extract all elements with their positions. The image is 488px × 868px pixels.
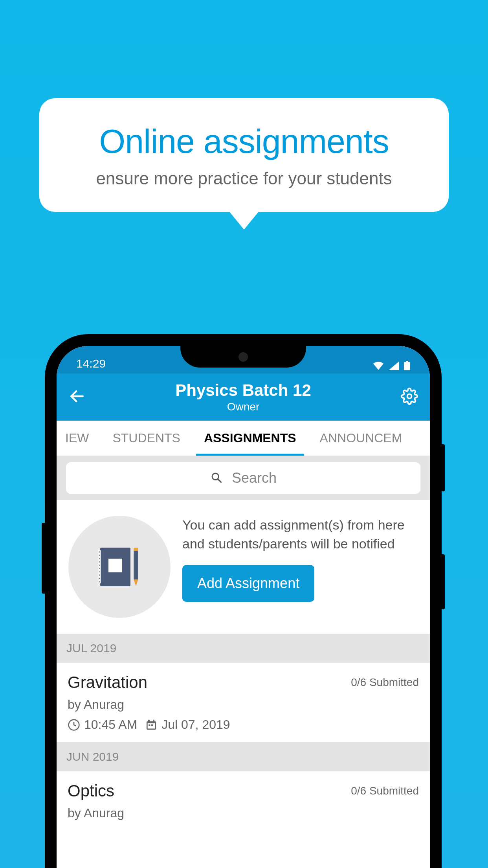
tab-bar: IEW STUDENTS ASSIGNMENTS ANNOUNCEM	[57, 421, 430, 456]
promo-title: Online assignments	[51, 122, 437, 161]
phone-camera	[238, 352, 248, 362]
svg-rect-13	[148, 723, 155, 728]
phone-screen: 14:29 Physics Batch 12 Owner IEW STUDEN	[57, 346, 430, 868]
status-indicators	[372, 361, 410, 370]
assignment-author: by Anurag	[68, 806, 419, 820]
battery-icon	[404, 361, 410, 370]
assignment-time: 10:45 AM	[84, 717, 137, 732]
calendar-icon	[145, 719, 158, 731]
info-illustration	[68, 516, 171, 618]
phone-frame: 14:29 Physics Batch 12 Owner IEW STUDEN	[45, 334, 442, 868]
info-content: You can add assignment(s) from here and …	[182, 516, 418, 602]
add-assignment-button[interactable]: Add Assignment	[182, 565, 314, 602]
search-icon	[210, 471, 224, 485]
phone-side-button	[442, 554, 445, 609]
notebook-icon	[92, 539, 147, 594]
assignment-date: Jul 07, 2019	[161, 717, 230, 732]
clock-icon	[68, 719, 80, 731]
svg-marker-9	[134, 579, 138, 586]
page-subtitle: Owner	[86, 401, 401, 413]
phone-notch	[180, 346, 306, 368]
svg-rect-8	[134, 549, 138, 579]
search-area: Search	[57, 456, 430, 500]
tab-announcements[interactable]: ANNOUNCEM	[308, 421, 414, 456]
assignment-title: Optics	[68, 782, 114, 800]
phone-side-button	[42, 523, 45, 594]
page-title: Physics Batch 12	[86, 381, 401, 400]
assignment-title: Gravitation	[68, 673, 147, 692]
assignment-meta: 10:45 AM Jul 07, 2019	[68, 717, 419, 732]
assignment-author: by Anurag	[68, 697, 419, 712]
svg-point-3	[407, 394, 412, 399]
promo-subtitle: ensure more practice for your students	[51, 169, 437, 188]
assignment-status: 0/6 Submitted	[351, 676, 419, 689]
svg-rect-10	[134, 548, 138, 551]
svg-rect-14	[148, 719, 150, 722]
tab-assignments[interactable]: ASSIGNMENTS	[192, 421, 308, 456]
promo-arrow	[226, 208, 262, 230]
tab-students[interactable]: STUDENTS	[101, 421, 192, 456]
assignment-item[interactable]: Optics 0/6 Submitted by Anurag	[57, 771, 430, 831]
info-text: You can add assignment(s) from here and …	[182, 516, 418, 553]
status-time: 14:29	[76, 357, 106, 370]
assignment-item[interactable]: Gravitation 0/6 Submitted by Anurag 10:4…	[57, 663, 430, 742]
svg-rect-15	[153, 719, 154, 722]
search-input[interactable]: Search	[66, 462, 420, 494]
promo-card: Online assignments ensure more practice …	[39, 98, 449, 212]
svg-rect-1	[406, 361, 408, 362]
svg-rect-5	[108, 559, 122, 572]
header-title-block: Physics Batch 12 Owner	[86, 381, 401, 413]
svg-rect-17	[151, 724, 153, 726]
back-button[interactable]	[68, 388, 86, 406]
signal-icon	[389, 361, 399, 370]
month-header: JUL 2019	[57, 634, 430, 663]
assignment-status: 0/6 Submitted	[351, 785, 419, 797]
search-placeholder: Search	[232, 470, 277, 486]
month-header: JUN 2019	[57, 742, 430, 771]
gear-icon	[401, 388, 418, 405]
app-header: Physics Batch 12 Owner	[57, 373, 430, 421]
phone-side-button	[442, 444, 445, 491]
tab-overview[interactable]: IEW	[57, 421, 101, 456]
svg-rect-0	[404, 362, 410, 370]
svg-rect-16	[149, 724, 150, 726]
settings-button[interactable]	[401, 388, 418, 406]
wifi-icon	[372, 361, 384, 370]
arrow-left-icon	[68, 388, 86, 405]
info-card: You can add assignment(s) from here and …	[57, 500, 430, 634]
